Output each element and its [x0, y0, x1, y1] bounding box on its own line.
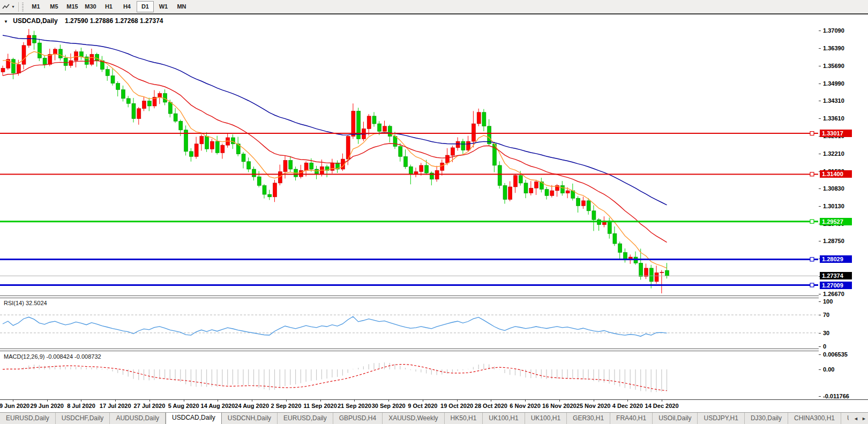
macd-indicator-pane[interactable]: [0, 351, 819, 399]
chart-tab-fra40-h1[interactable]: FRA40,H1: [610, 413, 653, 424]
price-tick-1.33610-tick: [819, 118, 821, 119]
date-label: 17 Jul 2020: [100, 403, 131, 409]
macd-tick-0.006535-tick: [819, 354, 821, 355]
timeframe-buttons: M1M5M15M30H1H4D1W1MN: [27, 1, 191, 12]
level-handle-1.29527[interactable]: [810, 219, 814, 223]
main-chart-pane[interactable]: [0, 14, 819, 296]
chart-tab-uk100-h1[interactable]: UK100,H1: [525, 413, 567, 424]
chart-tab-audusd-daily[interactable]: AUDUSD,Daily: [110, 413, 166, 424]
chart-tab-usdjpy-h1[interactable]: USDJPY,H1: [698, 413, 744, 424]
date-tick: [218, 400, 218, 402]
chart-tab-ger30-h1[interactable]: GER30,H1: [567, 413, 610, 424]
date-label: 14 Aug 2020: [201, 403, 235, 409]
date-axis[interactable]: 19 Jun 202029 Jun 20208 Jul 202017 Jul 2…: [0, 399, 868, 412]
level-handle-1.31400[interactable]: [810, 172, 814, 176]
date-tick: [184, 400, 184, 402]
chart-tab-eurusd-daily[interactable]: EURUSD,Daily: [278, 413, 333, 424]
rsi-tick-0: 0: [823, 343, 826, 350]
chart-tab-usdcad-daily[interactable]: USDCAD,Daily: [166, 413, 222, 424]
date-label: 19 Oct 2020: [440, 403, 473, 409]
price-axis[interactable]: 1.370901.363901.356901.349901.343101.336…: [819, 14, 868, 399]
price-badge-1.28029: 1.28029: [820, 255, 852, 263]
price-tick-1.32210-tick: [819, 154, 821, 154]
price-tick-1.36390: 1.36390: [823, 45, 844, 51]
date-label: 29 Jun 2020: [31, 403, 64, 409]
rsi-line: [3, 316, 667, 336]
date-tick: [13, 400, 13, 402]
rsi-indicator-pane[interactable]: [0, 298, 819, 349]
macd-tick--0.011766: -0.011766: [823, 393, 849, 399]
date-label: 4 Dec 2020: [612, 403, 643, 409]
date-label: 2 Sep 2020: [271, 403, 301, 409]
date-tick: [320, 400, 321, 402]
price-tick-1.34990-tick: [819, 84, 821, 84]
chart-tab-eurusd-daily[interactable]: EURUSD,Daily: [0, 413, 56, 424]
rsi-tick-70: 70: [823, 312, 829, 318]
rsi-tick-70-tick: [819, 315, 821, 315]
date-label: 6 Nov 2020: [510, 403, 540, 409]
chart-tab-xauusd-weekly[interactable]: XAUUSD,Weekly: [383, 413, 444, 424]
price-badge-1.27009: 1.27009: [820, 282, 852, 289]
window-menu-triangle-icon[interactable]: ▼: [4, 19, 8, 24]
date-tick: [594, 400, 594, 402]
toolbar-drag-grip[interactable]: [22, 3, 24, 11]
timeframe-button-d1[interactable]: D1: [137, 1, 154, 12]
macd-tick-0.00: 0.00: [823, 366, 834, 373]
timeframe-button-mn[interactable]: MN: [173, 1, 190, 12]
chart-tab-hk50-h1[interactable]: HK50,H1: [445, 413, 483, 424]
date-tick: [627, 400, 628, 402]
level-handle-1.27009[interactable]: [810, 283, 814, 287]
price-tick-1.36390-tick: [819, 48, 821, 49]
date-tick: [252, 400, 252, 402]
timeframe-button-h4[interactable]: H4: [118, 1, 136, 12]
price-tick-1.28750-tick: [819, 241, 821, 241]
date-tick: [149, 400, 150, 402]
timeframe-button-w1[interactable]: W1: [155, 1, 172, 12]
timeframe-toolbar: ▼ M1M5M15M30H1H4D1W1MN: [0, 0, 868, 14]
price-tick-1.26670: 1.26670: [823, 291, 844, 297]
macd-histogram: [3, 362, 667, 392]
chevron-down-icon[interactable]: ▼: [11, 5, 15, 9]
price-tick-1.35690: 1.35690: [823, 63, 844, 69]
macd-label: MACD(12,26,9) -0.008424 -0.008732: [4, 353, 101, 360]
timeframe-button-m30[interactable]: M30: [82, 1, 99, 12]
price-tick-1.34310: 1.34310: [823, 97, 844, 104]
price-badge-1.33017: 1.33017: [820, 130, 852, 137]
date-label: 21 Sep 2020: [338, 403, 371, 409]
date-tick: [662, 400, 662, 402]
rsi-tick-0-tick: [819, 346, 821, 347]
tab-scroll-right-icon[interactable]: ►: [860, 416, 868, 421]
chart-tabs-bar: EURUSD,DailyUSDCHF,DailyAUDUSD,DailyUSDC…: [0, 412, 868, 424]
chart-tab-usoil-daily[interactable]: USOil,Daily: [653, 413, 698, 424]
date-tick: [423, 400, 423, 402]
timeframe-button-h1[interactable]: H1: [100, 1, 117, 12]
chart-tab-usdcnh-daily[interactable]: USDCNH,Daily: [222, 413, 278, 424]
price-tick-1.26670-tick: [819, 294, 821, 294]
timeframe-button-m15[interactable]: M15: [64, 1, 81, 12]
chart-tab-china300-h1[interactable]: CHINA300,H1: [788, 413, 841, 424]
toolbar-separator: [18, 2, 19, 12]
chart-tab-gbpusd-h4[interactable]: GBPUSD,H4: [333, 413, 383, 424]
timeframe-button-m5[interactable]: M5: [46, 1, 63, 12]
trading-platform-window: ▼ M1M5M15M30H1H4D1W1MN ▼ USDCAD,Daily 1.…: [0, 0, 868, 424]
chart-cursor-icon[interactable]: [2, 3, 10, 11]
chart-symbol-period: USDCAD,Daily: [13, 17, 57, 25]
level-handle-1.28029[interactable]: [810, 258, 814, 261]
date-tick: [354, 400, 355, 402]
rsi-tick-100-tick: [819, 301, 821, 302]
date-tick: [491, 400, 491, 402]
chart-tab-dj30-daily[interactable]: DJ30,Daily: [745, 413, 788, 424]
date-label: 14 Dec 2020: [645, 403, 679, 409]
rsi-label: RSI(14) 32.5024: [4, 300, 47, 306]
price-tick-1.32210: 1.32210: [823, 150, 844, 157]
tab-scroll-left-icon[interactable]: ◄: [852, 416, 860, 421]
chart-tab-us[interactable]: US: [841, 413, 849, 424]
chart-ohlc-values: 1.27590 1.27886 1.27268 1.27374: [65, 17, 163, 25]
timeframe-button-m1[interactable]: M1: [27, 1, 44, 12]
chart-tab-usdchf-daily[interactable]: USDCHF,Daily: [56, 413, 110, 424]
chart-tab-uk100-h1[interactable]: UK100,H1: [483, 413, 525, 424]
level-handle-1.33017[interactable]: [810, 132, 814, 135]
date-tick: [457, 400, 458, 402]
date-label: 27 Jul 2020: [134, 403, 166, 409]
ma-line-fast: [3, 51, 667, 268]
